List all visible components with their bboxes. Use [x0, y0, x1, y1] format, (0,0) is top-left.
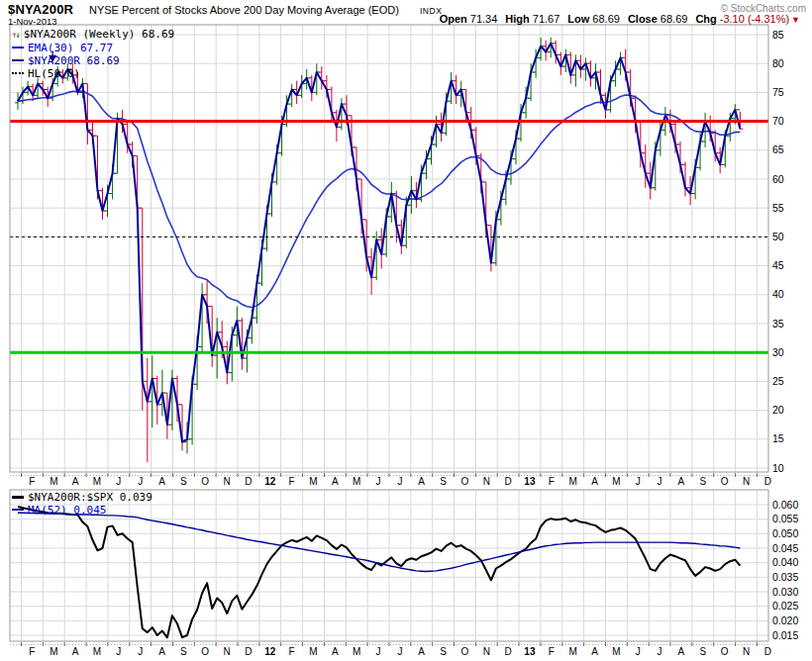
ratio-swatch-icon — [12, 496, 24, 499]
month-label-main: J — [658, 476, 662, 487]
month-label-main: S — [699, 476, 706, 487]
month-label-main: J — [116, 476, 121, 487]
open-label: Open — [440, 13, 467, 25]
year-label: 13 — [524, 646, 536, 657]
month-label-main: O — [461, 476, 469, 487]
chart-title: NYSE Percent of Stocks Above 200 Day Mov… — [89, 4, 399, 16]
legend-ma-line: MA(52) 0.045 — [12, 504, 152, 517]
month-label-lower: J — [376, 646, 381, 657]
month-label-lower: S — [440, 646, 447, 657]
lower-y-tick-label: 0.020 — [772, 614, 798, 626]
lower-y-tick-label: 0.015 — [772, 629, 798, 641]
month-label-main: J — [376, 476, 381, 487]
month-label-main: A — [158, 476, 165, 487]
main-y-tick-label: 50 — [772, 231, 784, 242]
legend-ratio-text: $NYA200R:$SPX 0.039 — [28, 491, 152, 504]
month-label-lower: N — [743, 646, 750, 657]
ema-swatch-icon — [12, 47, 24, 48]
legend-series-line: ↑↓$NYA200R (Weekly) 68.69 — [12, 28, 174, 42]
month-label-lower: M — [353, 646, 360, 657]
month-label-lower: D — [245, 646, 252, 657]
chart-canvas: FFMMAAMMJJJJAASSOONNDD1212FFMMAAMMJJJJAA… — [0, 0, 812, 661]
main-y-tick-label: 40 — [772, 288, 784, 300]
month-label-lower: A — [678, 646, 685, 657]
month-label-main: J — [138, 476, 143, 487]
month-label-lower: O — [461, 646, 469, 657]
chg-value: -3.10 (-4.31%) — [720, 13, 789, 25]
month-label-lower: J — [116, 646, 121, 657]
lower-y-tick-label: 0.035 — [772, 571, 798, 583]
lower-y-tick-label: 0.040 — [772, 556, 798, 568]
month-label-main: M — [353, 476, 360, 487]
close-label: Close — [628, 13, 658, 25]
main-y-tick-label: 20 — [772, 404, 784, 416]
month-label-main: F — [29, 476, 35, 487]
legend-hl-text: HL(50.0) — [28, 67, 80, 80]
month-label-lower: A — [72, 646, 79, 657]
year-label: 13 — [524, 476, 536, 487]
month-label-main: M — [309, 476, 317, 487]
month-label-lower: F — [29, 646, 35, 657]
month-label-lower: M — [309, 646, 317, 657]
month-label-lower: J — [138, 646, 143, 657]
ratio-line — [18, 507, 740, 637]
main-y-tick-label: 65 — [772, 143, 784, 155]
month-label-lower: A — [158, 646, 165, 657]
close-line — [18, 44, 740, 442]
month-label-lower: J — [658, 646, 662, 657]
lower-chart-legend: $NYA200R:$SPX 0.039 MA(52) 0.045 — [12, 491, 152, 517]
month-label-lower: N — [223, 646, 230, 657]
month-label-main: D — [764, 476, 771, 487]
hl-dotted-swatch-icon — [12, 72, 24, 74]
legend-ratio-line: $NYA200R:$SPX 0.039 — [12, 491, 152, 504]
month-label-main: A — [332, 476, 339, 487]
high-label: High — [505, 13, 529, 25]
legend-hl-line: HL(50.0) — [12, 67, 174, 80]
year-label: 12 — [264, 646, 276, 657]
open-value: 71.34 — [470, 13, 498, 25]
month-label-main: J — [636, 476, 641, 487]
month-label-lower: D — [764, 646, 771, 657]
ohlc-quote-strip: Open71.34High71.67Low68.69Close68.69Chg-… — [440, 13, 800, 25]
lower-y-tick-label: 0.055 — [772, 513, 798, 524]
legend-close-text: $NYA200R 68.69 — [28, 54, 120, 67]
month-label-main: N — [483, 476, 490, 487]
main-y-tick-label: 55 — [772, 202, 784, 214]
lower-y-tick-label: 0.025 — [772, 600, 798, 612]
month-label-lower: O — [201, 646, 209, 657]
month-label-lower: A — [591, 646, 598, 657]
month-label-lower: A — [332, 646, 339, 657]
month-label-lower: M — [93, 646, 101, 657]
month-label-lower: J — [397, 646, 402, 657]
month-label-lower: M — [50, 646, 57, 657]
month-label-main: A — [678, 476, 685, 487]
low-label: Low — [567, 13, 589, 25]
year-label: 12 — [264, 476, 276, 487]
month-label-main: M — [93, 476, 101, 487]
month-label-main: O — [721, 476, 729, 487]
month-label-lower: O — [721, 646, 729, 657]
month-label-lower: N — [483, 646, 490, 657]
month-label-main: S — [180, 476, 187, 487]
close-value: 68.69 — [660, 13, 688, 25]
month-label-main: A — [72, 476, 79, 487]
main-y-tick-label: 10 — [772, 462, 784, 474]
symbol-title: $NYA200R — [8, 2, 73, 17]
ema30-line — [18, 91, 740, 308]
month-label-lower: J — [636, 646, 641, 657]
month-label-lower: M — [568, 646, 576, 657]
month-label-main: M — [612, 476, 620, 487]
legend-ema-text: EMA(30) 67.77 — [28, 42, 113, 54]
chart-date: 1-Nov-2013 — [8, 16, 57, 27]
legend-series-text: $NYA200R (Weekly) 68.69 — [24, 28, 174, 41]
month-label-main: S — [440, 476, 447, 487]
lower-y-tick-label: 0.050 — [772, 527, 798, 539]
main-y-tick-label: 75 — [772, 86, 784, 98]
month-label-main: A — [591, 476, 598, 487]
month-label-main: M — [50, 476, 57, 487]
month-label-main: D — [504, 476, 511, 487]
month-label-main: N — [743, 476, 750, 487]
main-y-tick-label: 25 — [772, 375, 784, 387]
month-label-lower: M — [612, 646, 620, 657]
main-y-tick-label: 80 — [772, 57, 784, 69]
